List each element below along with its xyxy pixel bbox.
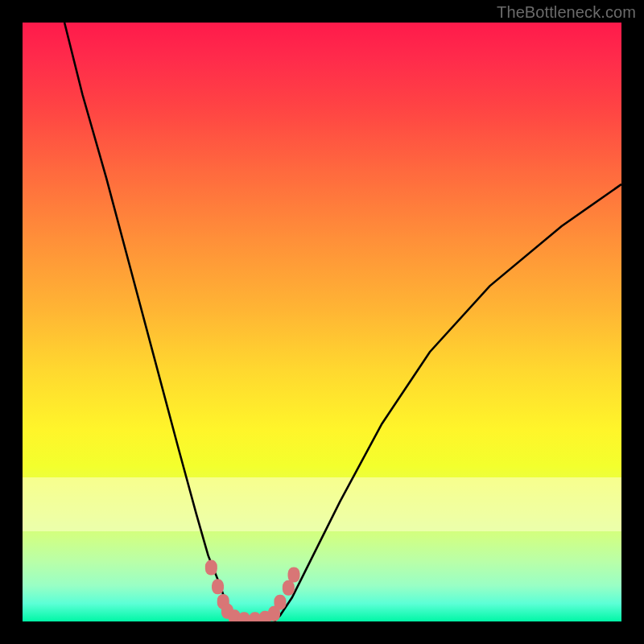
valley-marker [205, 560, 217, 576]
chart-frame: TheBottleneck.com [0, 0, 644, 644]
curve-layer [23, 23, 621, 621]
curve-left-branch [64, 23, 238, 621]
valley-marker [274, 595, 286, 610]
curve-right-branch [274, 184, 621, 621]
valley-marker [283, 580, 295, 596]
watermark-text: TheBottleneck.com [497, 3, 636, 22]
valley-marker [212, 579, 224, 594]
valley-marker [288, 567, 300, 582]
valley-marker-group [205, 560, 300, 621]
plot-area [23, 23, 621, 621]
bottleneck-curve [64, 23, 621, 621]
